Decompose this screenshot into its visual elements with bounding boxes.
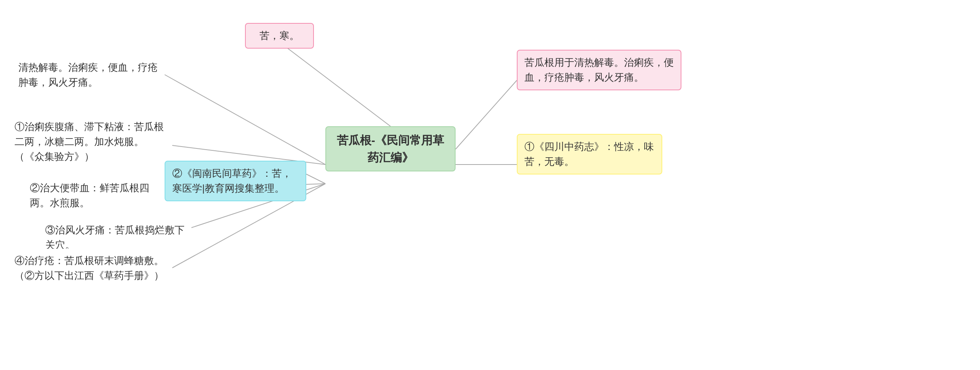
left-4-label: ④治疗疮：苦瓜根研末调蜂糖敷。（②方以下出江西《草药手册》） (15, 255, 164, 281)
left-3-label: ③治风火牙痛：苦瓜根捣烂敷下关穴。 (45, 224, 185, 251)
top-label: 苦，寒。 (260, 30, 299, 41)
right-bottom-node: ①《四川中药志》：性凉，味苦，无毒。 (517, 134, 662, 174)
left-1-node: ①治痢疾腹痛、滞下粘液：苦瓜根二两，冰糖二两。加水炖服。（《众集验方》） (8, 115, 172, 169)
top-node: 苦，寒。 (245, 23, 314, 49)
center-node: 苦瓜根-《民间常用草药汇编》 (325, 126, 456, 171)
svg-line-7 (456, 80, 517, 149)
left-main-label: 清热解毒。治痢疾，便血，疗疮肿毒，风火牙痛。 (18, 62, 158, 88)
bottom-left-label: ②《闽南民间草药》：苦，寒医学|教育网搜集整理。 (172, 168, 292, 194)
right-top-node: 苦瓜根用于清热解毒。治痢疾，便血，疗疮肿毒，风火牙痛。 (517, 50, 681, 90)
left-2-label: ②治大便带血：鲜苦瓜根四两。水煎服。 (30, 182, 149, 209)
right-bottom-label: ①《四川中药志》：性凉，味苦，无毒。 (524, 141, 654, 167)
right-top-label: 苦瓜根用于清热解毒。治痢疾，便血，疗疮肿毒，风火牙痛。 (524, 57, 674, 83)
bottom-left-node: ②《闽南民间草药》：苦，寒医学|教育网搜集整理。 (165, 161, 306, 201)
left-1-label: ①治痢疾腹痛、滞下粘液：苦瓜根二两，冰糖二两。加水炖服。（《众集验方》） (15, 121, 164, 162)
svg-line-1 (165, 75, 325, 165)
svg-line-0 (279, 42, 390, 126)
left-4-node: ④治疗疮：苦瓜根研末调蜂糖敷。（②方以下出江西《草药手册》） (8, 249, 172, 288)
mind-map: 苦瓜根-《民间常用草药汇编》 苦，寒。 清热解毒。治痢疾，便血，疗疮肿毒，风火牙… (0, 0, 980, 370)
left-2-node: ②治大便带血：鲜苦瓜根四两。水煎服。 (23, 176, 165, 215)
center-label: 苦瓜根-《民间常用草药汇编》 (337, 134, 444, 164)
svg-line-3 (306, 174, 325, 184)
left-main-node: 清热解毒。治痢疾，便血，疗疮肿毒，风火牙痛。 (11, 55, 165, 95)
